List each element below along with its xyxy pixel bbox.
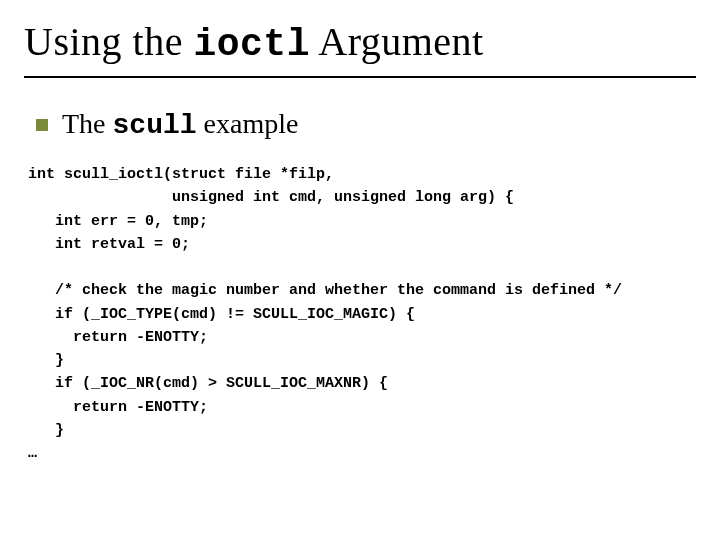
subtitle-text-pre: The — [62, 108, 113, 139]
code-block: int scull_ioctl(struct file *filp, unsig… — [28, 163, 696, 465]
subtitle: The scull example — [62, 108, 298, 141]
bullet-icon — [36, 119, 48, 131]
slide: Using the ioctl Argument The scull examp… — [0, 0, 720, 540]
title-text-pre: Using the — [24, 19, 193, 64]
subtitle-text-mono: scull — [113, 110, 197, 141]
slide-title: Using the ioctl Argument — [24, 18, 696, 78]
subtitle-text-post: example — [197, 108, 299, 139]
title-text-mono: ioctl — [193, 23, 310, 66]
subtitle-row: The scull example — [36, 108, 696, 141]
title-text-post: Argument — [310, 19, 484, 64]
